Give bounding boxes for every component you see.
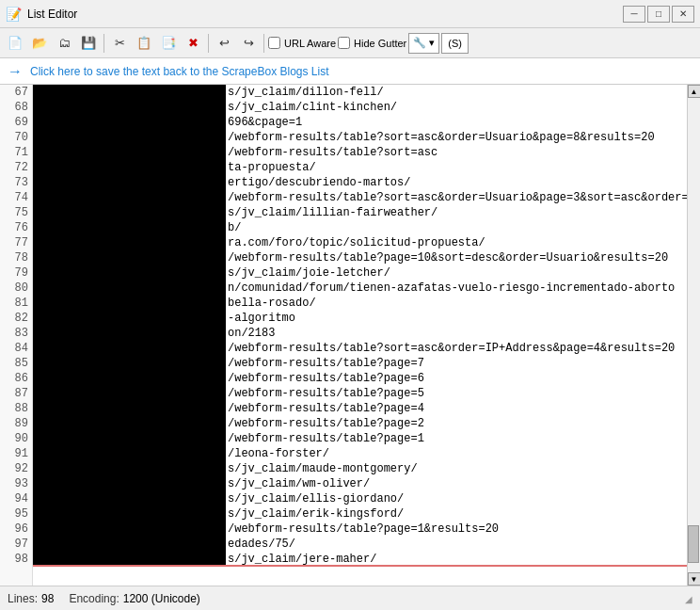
line-number: 80 bbox=[0, 281, 32, 296]
line-number: 86 bbox=[0, 371, 32, 386]
table-row: on/2183 bbox=[33, 326, 687, 341]
save-arrow-icon: → bbox=[8, 63, 23, 80]
line-content: /webform-results/table?page=7 bbox=[226, 356, 424, 371]
table-row: s/jv_claim/clint-kinchen/ bbox=[33, 100, 687, 115]
line-black-section bbox=[33, 552, 226, 565]
table-row: /leona-forster/ bbox=[33, 446, 687, 461]
status-bar: Lines: 98 Encoding: 1200 (Unicode) ◢ bbox=[0, 586, 700, 610]
line-black-section bbox=[33, 145, 226, 160]
separator-1 bbox=[103, 34, 104, 53]
new-button[interactable]: 📄 bbox=[4, 32, 26, 55]
line-number: 74 bbox=[0, 190, 32, 205]
table-row: b/ bbox=[33, 220, 687, 235]
copy2-button[interactable]: 📑 bbox=[157, 32, 180, 55]
line-number: 93 bbox=[0, 476, 32, 491]
table-row: n/comunidad/forum/tienen-azafatas-vuelo-… bbox=[33, 281, 687, 296]
line-black-section bbox=[33, 296, 226, 311]
line-black-section bbox=[33, 205, 226, 220]
line-number: 94 bbox=[0, 491, 32, 506]
table-row: 696&cpage=1 bbox=[33, 115, 687, 130]
line-content: on/2183 bbox=[226, 326, 275, 341]
line-number: 88 bbox=[0, 401, 32, 416]
line-black-section bbox=[33, 416, 226, 431]
line-number: 84 bbox=[0, 341, 32, 356]
line-content: /webform-results/table?sort=asc&order=Us… bbox=[226, 190, 687, 205]
line-number: 78 bbox=[0, 250, 32, 265]
tools-dropdown-label: 🔧 ▾ bbox=[413, 37, 435, 49]
scroll-up-arrow[interactable]: ▲ bbox=[688, 85, 701, 98]
table-row: /webform-results/table?sort=asc&order=Us… bbox=[33, 130, 687, 145]
line-black-section bbox=[33, 175, 226, 190]
line-number: 75 bbox=[0, 205, 32, 220]
table-row: s/jv_claim/maude-montgomery/ bbox=[33, 461, 687, 476]
save-link[interactable]: Click here to save the text back to the … bbox=[30, 65, 329, 78]
url-aware-label[interactable]: URL Aware bbox=[284, 38, 336, 49]
line-black-section bbox=[33, 506, 226, 522]
open2-button[interactable]: 🗂 bbox=[53, 32, 75, 55]
table-row: /webform-results/table?page=6 bbox=[33, 371, 687, 386]
cut-button[interactable]: ✂ bbox=[108, 32, 131, 55]
table-row: /webform-results/table?sort=asc&order=Us… bbox=[33, 190, 687, 205]
line-black-section bbox=[33, 115, 226, 130]
line-black-section bbox=[33, 250, 226, 265]
resize-grip: ◢ bbox=[685, 592, 692, 605]
close-button[interactable]: ✕ bbox=[672, 6, 694, 23]
line-content: /webform-results/table?page=4 bbox=[226, 401, 424, 416]
line-black-section bbox=[33, 190, 226, 205]
sort-badge: (S) bbox=[441, 33, 469, 54]
text-content[interactable]: s/jv_claim/dillon-fell/s/jv_claim/clint-… bbox=[33, 85, 687, 586]
line-number: 89 bbox=[0, 416, 32, 431]
line-number: 81 bbox=[0, 296, 32, 311]
delete-button[interactable]: ✖ bbox=[182, 32, 204, 55]
save-button[interactable]: 💾 bbox=[77, 32, 100, 55]
line-black-section bbox=[33, 326, 226, 341]
table-row: /webform-results/table?sort=asc bbox=[33, 145, 687, 160]
scroll-track bbox=[688, 98, 700, 572]
line-content: s/jv_claim/clint-kinchen/ bbox=[226, 100, 397, 115]
line-content: s/jv_claim/maude-montgomery/ bbox=[226, 461, 418, 476]
line-number: 70 bbox=[0, 130, 32, 145]
line-number: 77 bbox=[0, 235, 32, 250]
line-content: s/jv_claim/dillon-fell/ bbox=[226, 85, 384, 100]
url-aware-checkbox[interactable] bbox=[268, 37, 280, 49]
undo-button[interactable]: ↩ bbox=[213, 32, 235, 55]
line-number: 76 bbox=[0, 220, 32, 235]
line-number: 90 bbox=[0, 431, 32, 446]
line-content: s/jv_claim/jere-maher/ bbox=[226, 552, 376, 565]
line-content: /webform-results/table?page=6 bbox=[226, 371, 424, 386]
scroll-down-arrow[interactable]: ▼ bbox=[688, 572, 701, 586]
maximize-button[interactable]: □ bbox=[647, 6, 670, 23]
tools-dropdown[interactable]: 🔧 ▾ bbox=[408, 33, 439, 54]
hide-gutter-checkbox[interactable] bbox=[338, 37, 350, 49]
line-black-section bbox=[33, 311, 226, 326]
line-black-section bbox=[33, 220, 226, 235]
scroll-thumb[interactable] bbox=[688, 525, 699, 563]
line-number: 97 bbox=[0, 537, 32, 552]
hide-gutter-label[interactable]: Hide Gutter bbox=[354, 38, 406, 49]
table-row: edades/75/ bbox=[33, 537, 687, 552]
vertical-scrollbar[interactable]: ▲ ▼ bbox=[687, 85, 700, 586]
separator-3 bbox=[263, 34, 264, 53]
line-black-section bbox=[33, 461, 226, 476]
line-number: 72 bbox=[0, 160, 32, 175]
line-content: ertigo/descubriendo-martos/ bbox=[226, 175, 410, 190]
line-content: s/jv_claim/wm-oliver/ bbox=[226, 476, 370, 491]
encoding-status: Encoding: 1200 (Unicode) bbox=[69, 592, 199, 605]
redo-button[interactable]: ↪ bbox=[237, 32, 260, 55]
table-row: /webform-results/table?page=7 bbox=[33, 356, 687, 371]
lines-value: 98 bbox=[41, 592, 54, 605]
line-content: /webform-results/table?sort=asc bbox=[226, 145, 438, 160]
minimize-button[interactable]: ─ bbox=[623, 6, 645, 23]
lines-status: Lines: 98 bbox=[8, 592, 54, 605]
table-row: /webform-results/table?sort=asc&order=IP… bbox=[33, 341, 687, 356]
line-black-section bbox=[33, 386, 226, 401]
line-black-section bbox=[33, 537, 226, 552]
table-row: ra.com/foro/topic/solicitud-propuesta/ bbox=[33, 235, 687, 250]
open-button[interactable]: 📂 bbox=[28, 32, 51, 55]
line-content: ra.com/foro/topic/solicitud-propuesta/ bbox=[226, 235, 485, 250]
line-number: 73 bbox=[0, 175, 32, 190]
title-bar: 📝 List Editor ─ □ ✕ bbox=[0, 0, 700, 28]
table-row: /webform-results/table?page=10&sort=desc… bbox=[33, 250, 687, 265]
copy-button[interactable]: 📋 bbox=[133, 32, 155, 55]
line-content: /leona-forster/ bbox=[226, 446, 329, 461]
